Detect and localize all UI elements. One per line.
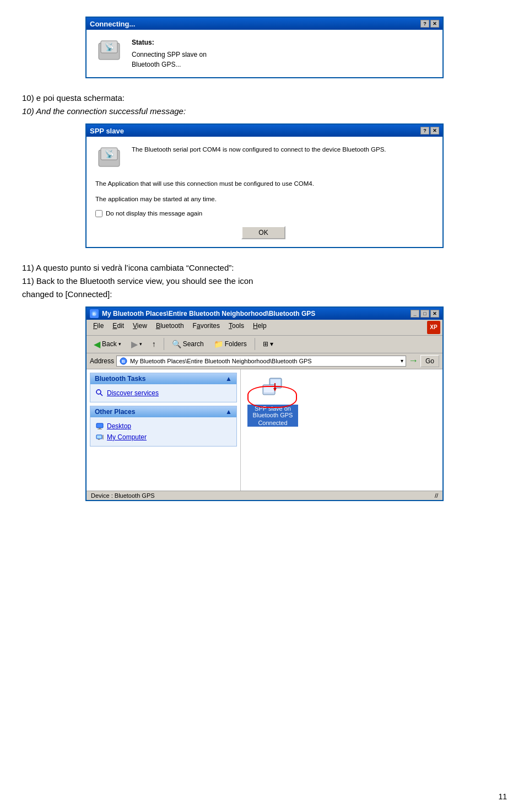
- address-field[interactable]: B My Bluetooth Places\Entire Bluetooth N…: [116, 356, 406, 367]
- status-label: Status:: [132, 37, 207, 47]
- file-item-name2: Connected: [247, 419, 298, 427]
- back-dropdown-icon: ▾: [118, 341, 121, 347]
- connecting-title: Connecting...: [90, 20, 135, 28]
- other-places-collapse-icon[interactable]: ▲: [225, 408, 232, 416]
- spp-close-button[interactable]: ✕: [430, 127, 439, 135]
- back-icon: ◀: [94, 339, 100, 349]
- toolbar-separator-1: [164, 338, 164, 350]
- page-number: 11: [498, 792, 507, 801]
- bluetooth-tasks-title: Bluetooth Tasks ▲: [90, 373, 236, 384]
- svg-line-11: [100, 394, 102, 396]
- menu-tools[interactable]: Tools: [224, 321, 249, 334]
- spp-message2: The Application that will use this conne…: [95, 179, 431, 189]
- forward-button[interactable]: ▶ ▾: [127, 337, 146, 351]
- discover-services-link[interactable]: Discover services: [96, 388, 231, 399]
- spp-slave-dialog: SPP slave ? ✕ 📡 The Bluetooth serial por…: [85, 123, 444, 248]
- spp-messages: The Bluetooth serial port COM4 is now co…: [132, 144, 386, 160]
- spp-slave-icon: [260, 376, 286, 402]
- desktop-label: Desktop: [107, 422, 131, 430]
- status-value: Connecting SPP slave onBluetooth GPS...: [132, 50, 207, 69]
- connect-svg-icon: 📡: [96, 39, 122, 64]
- address-icon: B: [119, 357, 128, 365]
- svg-rect-13: [99, 428, 101, 429]
- addr-green-arrow-icon: →: [408, 355, 418, 367]
- explorer-addressbar: Address B My Bluetooth Places\Entire Blu…: [87, 353, 442, 369]
- spp-titlebar: SPP slave ? ✕: [87, 125, 442, 137]
- svg-text:B: B: [122, 359, 125, 364]
- views-button[interactable]: ⊞ ▾: [259, 338, 277, 349]
- other-places-section: Other Places ▲ Desktop: [90, 406, 237, 447]
- desktop-link[interactable]: Desktop: [96, 421, 231, 432]
- svg-rect-17: [102, 435, 104, 439]
- file-item-name1: SPP slave on Bluetooth GPS: [247, 405, 298, 419]
- menu-bluetooth[interactable]: Bluetooth: [152, 321, 188, 334]
- desc-text-11: 11) A questo punto si vedrà l’icona camb…: [22, 261, 507, 301]
- explorer-content: Bluetooth Tasks ▲ Discover services: [87, 369, 442, 491]
- titlebar-buttons: ? ✕: [420, 20, 439, 28]
- desc-line1-10: 10) e poi questa schermata:: [22, 92, 507, 105]
- explorer-toolbar: ◀ Back ▾ ▶ ▾ ↑ 🔍 Search 📁 Folders ⊞ ▾: [87, 336, 442, 353]
- svg-point-10: [96, 390, 101, 394]
- bluetooth-tasks-collapse-icon[interactable]: ▲: [225, 375, 232, 383]
- my-computer-link[interactable]: My Computer: [96, 432, 231, 443]
- menu-help[interactable]: Help: [249, 321, 271, 334]
- bt-small-icon: B: [91, 310, 98, 317]
- go-button[interactable]: Go: [420, 355, 439, 367]
- connecting-body: 📡 Status: Connecting SPP slave onBluetoo…: [87, 30, 442, 77]
- menu-view[interactable]: View: [128, 321, 152, 334]
- discover-icon: [96, 389, 104, 397]
- svg-rect-21: [264, 386, 274, 392]
- spp-device-icon: [260, 376, 286, 402]
- explorer-titlebar-buttons: _ □ ✕: [411, 310, 439, 318]
- spp-messages-extra: The Application that will use this conne…: [95, 179, 431, 205]
- bluetooth-tasks-label: Bluetooth Tasks: [95, 375, 145, 383]
- discover-services-label: Discover services: [107, 389, 159, 397]
- spp-top-row: 📡 The Bluetooth serial port COM4 is now …: [95, 144, 431, 172]
- spp-ok-button[interactable]: OK: [241, 226, 285, 239]
- explorer-title-left: B My Bluetooth Places\Entire Bluetooth N…: [90, 309, 315, 318]
- explorer-maximize-button[interactable]: □: [420, 310, 429, 318]
- spp-body: 📡 The Bluetooth serial port COM4 is now …: [87, 137, 442, 247]
- other-places-title: Other Places ▲: [90, 406, 236, 417]
- spp-icon: 📡: [95, 144, 123, 172]
- menu-favorites[interactable]: Favorites: [188, 321, 224, 334]
- explorer-minimize-button[interactable]: _: [411, 310, 419, 318]
- svg-rect-12: [96, 423, 103, 428]
- desc-text-10: 10) e poi questa schermata: 10) And the …: [22, 92, 507, 118]
- address-label: Address: [90, 357, 114, 365]
- close-button[interactable]: ✕: [430, 20, 439, 28]
- menu-file[interactable]: File: [89, 321, 108, 334]
- menu-edit[interactable]: Edit: [108, 321, 128, 334]
- desktop-icon: [96, 422, 104, 430]
- explorer-titlebar: B My Bluetooth Places\Entire Bluetooth N…: [87, 308, 442, 320]
- svg-text:📡: 📡: [105, 149, 115, 159]
- folders-button[interactable]: 📁 Folders: [210, 338, 251, 350]
- statusbar-resize-icon: //: [435, 492, 438, 499]
- explorer-window: B My Bluetooth Places\Entire Bluetooth N…: [85, 306, 444, 501]
- explorer-close-button[interactable]: ✕: [430, 310, 439, 318]
- connecting-titlebar: Connecting... ? ✕: [87, 18, 442, 30]
- spp-checkbox-label: Do not display this message again: [106, 210, 202, 217]
- up-button[interactable]: ↑: [148, 338, 160, 350]
- back-button[interactable]: ◀ Back ▾: [90, 337, 125, 351]
- spp-slave-file-item[interactable]: SPP slave on Bluetooth GPS Connected: [245, 374, 300, 429]
- bluetooth-tasks-section: Bluetooth Tasks ▲ Discover services: [90, 373, 237, 402]
- views-label: ⊞ ▾: [263, 340, 273, 348]
- spp-checkbox-row: Do not display this message again: [95, 210, 431, 217]
- address-dropdown-icon[interactable]: ▾: [401, 358, 403, 364]
- other-places-label: Other Places: [95, 408, 135, 416]
- explorer-statusbar: Device : Bluetooth GPS //: [87, 491, 442, 500]
- spp-titlebar-buttons: ? ✕: [420, 127, 439, 135]
- other-places-body: Desktop My Computer: [90, 417, 236, 446]
- spp-help-button[interactable]: ?: [420, 127, 429, 135]
- search-icon: 🔍: [172, 340, 181, 348]
- search-button[interactable]: 🔍 Search: [168, 338, 208, 350]
- my-computer-label: My Computer: [107, 433, 147, 441]
- computer-icon: [96, 433, 104, 441]
- svg-text:📡: 📡: [105, 42, 115, 52]
- help-button[interactable]: ?: [420, 20, 429, 28]
- desc-line3-11: changed to [Connected]:: [22, 288, 507, 301]
- spp-message3: The application may be started at any ti…: [95, 194, 431, 204]
- xp-logo: XP: [427, 321, 440, 334]
- spp-checkbox[interactable]: [95, 210, 102, 217]
